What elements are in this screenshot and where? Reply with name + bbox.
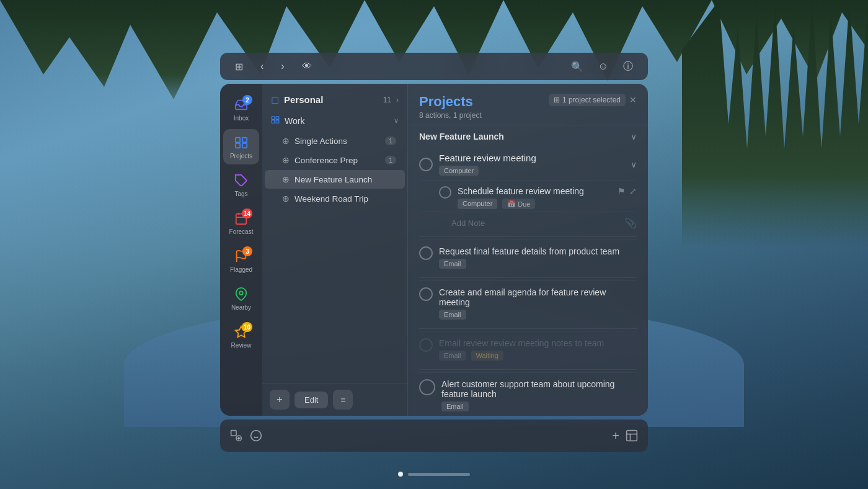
create-agenda-tags: Email [439, 310, 637, 320]
email-review-title: Email review review meeting notes to tea… [439, 338, 637, 348]
add-note-row[interactable]: Add Note 📎 [419, 212, 637, 234]
work-section-title: Work [285, 116, 389, 126]
dock-line [408, 473, 470, 476]
content-title-group: Projects 8 actions, 1 project [419, 94, 482, 120]
request-details-circle[interactable] [419, 246, 433, 260]
flagged-icon: 3 [232, 248, 250, 265]
svg-rect-3 [242, 143, 247, 148]
emoji-button[interactable]: ☺ [593, 58, 613, 74]
svg-rect-0 [236, 138, 240, 142]
content-panel: Projects 8 actions, 1 project ⊞ 1 projec… [408, 84, 648, 416]
sidebar-item-review[interactable]: 10 Review [223, 318, 259, 354]
table-icon: ⊞ [554, 96, 560, 104]
forecast-icon: 14 [232, 210, 250, 227]
email-review-content: Email review review meeting notes to tea… [439, 338, 637, 361]
forecast-badge: 14 [242, 209, 252, 218]
task-request-details: Request final feature details from produ… [419, 240, 637, 275]
svg-point-10 [239, 291, 243, 295]
close-selection-button[interactable]: ✕ [629, 95, 637, 105]
create-agenda-circle[interactable] [419, 287, 433, 301]
add-bar-button[interactable]: + [612, 429, 619, 443]
sidebar-item-nearby[interactable]: Nearby [223, 280, 259, 316]
panel-title: Personal [284, 94, 378, 105]
task-email-review-notes: Email review review meeting notes to tea… [419, 331, 637, 367]
review-icon: 10 [232, 323, 250, 341]
schedule-meeting-title: Schedule feature review meeting [458, 186, 611, 196]
feature-review-circle[interactable] [419, 158, 433, 171]
flagged-badge: 3 [242, 246, 252, 256]
add-project-button[interactable]: + [270, 390, 290, 410]
panel-chevron-icon: › [396, 96, 399, 104]
svg-rect-13 [276, 117, 279, 120]
panel-footer: + Edit ≡ [262, 383, 407, 416]
task-alert-support: Alert customer support team about upcomi… [419, 372, 637, 416]
project-group-header[interactable]: New Feature Launch ∨ [408, 125, 648, 148]
projects-icon [232, 134, 250, 151]
alert-support-circle[interactable] [419, 379, 435, 395]
attachment-icon[interactable]: 📎 [624, 217, 637, 229]
content-header: Projects 8 actions, 1 project ⊞ 1 projec… [408, 84, 648, 125]
app-container: ⊞ ‹ › 👁 🔍 ☺ ⓘ 2 Inbox [220, 53, 648, 452]
subtask-schedule-meeting: Schedule feature review meeting Computer… [419, 181, 637, 212]
email-review-tag-waiting: Waiting [471, 351, 503, 361]
tags-icon [232, 172, 250, 189]
create-agenda-tag-email: Email [439, 310, 466, 320]
project-item-new-feature-launch[interactable]: ⊕ New Feature Launch [265, 170, 405, 189]
panel-icon: ◻ [271, 94, 279, 105]
nearby-label: Nearby [231, 304, 251, 311]
view-button[interactable]: 👁 [297, 58, 317, 74]
task-feature-review-header[interactable]: Feature review meeting Computer ∨ [419, 148, 637, 181]
work-section-header[interactable]: Work ∨ [262, 110, 407, 131]
project-item-conference-prep[interactable]: ⊕ Conference Prep 1 [265, 151, 405, 169]
sidebar-item-projects[interactable]: Projects [223, 129, 259, 164]
sidebar-item-tags[interactable]: Tags [223, 167, 259, 202]
back-button[interactable]: ‹ [255, 58, 268, 74]
single-actions-badge: 1 [385, 137, 396, 145]
project-item-single-actions[interactable]: ⊕ Single Actions 1 [265, 132, 405, 150]
project-group-title: New Feature Launch [419, 132, 504, 141]
sidebar-item-flagged[interactable]: 3 Flagged [223, 243, 259, 278]
conference-prep-dot: ⊕ [282, 155, 290, 165]
toolbar-right: 🔍 ☺ ⓘ [566, 58, 638, 76]
forward-button[interactable]: › [276, 58, 289, 74]
email-review-circle[interactable] [419, 338, 433, 352]
feature-review-tag-computer: Computer [439, 166, 479, 176]
emoji-bar-button[interactable] [250, 429, 262, 442]
calendar-icon: 📅 [507, 200, 516, 208]
dock-indicator [398, 472, 470, 477]
svg-rect-1 [242, 138, 247, 142]
project-group-chevron-icon: ∨ [631, 132, 637, 141]
create-agenda-title: Create and email agenda for feature revi… [439, 287, 637, 307]
panel-header[interactable]: ◻ Personal 11 › [262, 84, 407, 110]
svg-rect-14 [272, 120, 275, 123]
sidebar-item-forecast[interactable]: 14 Forecast [223, 205, 259, 240]
content-header-right: ⊞ 1 project selected ✕ [549, 94, 637, 106]
request-details-tags: Email [439, 259, 637, 269]
compose-button[interactable] [230, 429, 242, 442]
search-button[interactable]: 🔍 [566, 58, 588, 75]
create-agenda-content: Create and email agenda for feature revi… [439, 287, 637, 320]
flag-icon[interactable]: ⚑ [618, 186, 626, 196]
templates-button[interactable] [626, 429, 638, 442]
single-actions-dot: ⊕ [282, 136, 290, 146]
schedule-meeting-actions: ⚑ ⤢ [618, 186, 637, 196]
content-subtitle: 8 actions, 1 project [419, 111, 482, 120]
svg-rect-15 [276, 120, 279, 123]
svg-rect-2 [236, 143, 240, 148]
weekend-road-trip-label: Weekend Road Trip [294, 194, 396, 204]
projects-label: Projects [230, 153, 252, 159]
schedule-meeting-content: Schedule feature review meeting Computer… [458, 186, 611, 209]
project-item-weekend-road-trip[interactable]: ⊕ Weekend Road Trip [265, 189, 405, 208]
work-section: Work ∨ ⊕ Single Actions 1 ⊕ Conference P… [262, 110, 407, 209]
edit-button[interactable]: Edit [294, 392, 328, 408]
project-selected-badge: ⊞ 1 project selected [549, 94, 626, 106]
list-view-button[interactable]: ≡ [333, 390, 353, 410]
info-button[interactable]: ⓘ [618, 58, 638, 76]
review-badge: 10 [242, 322, 252, 332]
schedule-meeting-circle[interactable] [439, 186, 451, 199]
sidebar-item-inbox[interactable]: 2 Inbox [223, 91, 259, 127]
sidebar-toggle-button[interactable]: ⊞ [230, 58, 248, 75]
alert-support-tag-email: Email [441, 402, 469, 411]
alert-support-content: Alert customer support team about upcomi… [441, 379, 637, 411]
expand-icon[interactable]: ⤢ [629, 186, 637, 196]
